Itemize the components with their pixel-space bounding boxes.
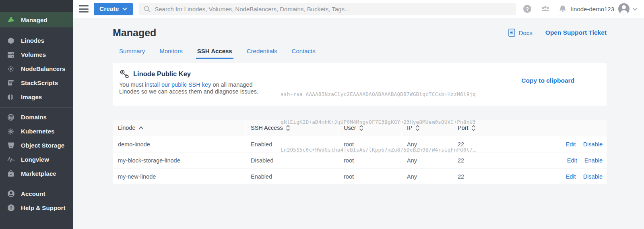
table-header-row: Linode SSH Access User IP Port: [113, 120, 607, 136]
sidebar-item-account[interactable]: Account: [0, 187, 73, 201]
column-label: Linode: [118, 125, 136, 131]
column-header-ssh-access[interactable]: SSH Access: [246, 120, 339, 136]
sidebar-item-kubernetes[interactable]: Kubernetes: [0, 124, 73, 138]
chevron-down-icon: [122, 7, 127, 10]
cell-ip: Any: [402, 157, 452, 164]
global-search[interactable]: [139, 3, 516, 15]
cell-user: root: [339, 141, 402, 148]
search-icon: [144, 6, 151, 12]
managed-hardhat-icon: [7, 16, 15, 24]
sidebar-item-label: Linodes: [21, 37, 44, 44]
column-label: IP: [407, 125, 413, 131]
sidebar-item-label: NodeBalancers: [21, 65, 66, 72]
search-input[interactable]: [155, 6, 511, 12]
nodebalancers-icon: [7, 65, 15, 73]
community-people-icon[interactable]: [540, 5, 551, 13]
sidebar-item-longview[interactable]: Longview: [0, 152, 73, 167]
sidebar-item-label: Managed: [21, 17, 47, 23]
kubernetes-icon: [7, 127, 15, 135]
tab-summary[interactable]: Summary: [118, 44, 146, 59]
cell-port: 22: [452, 157, 513, 164]
copy-to-clipboard-button[interactable]: Copy to clipboard: [521, 77, 574, 106]
sort-asc-icon: [138, 126, 144, 130]
sidebar-item-volumes[interactable]: Volumes: [0, 48, 73, 62]
sidebar-item-label: Domains: [21, 114, 47, 121]
sidebar-header: [0, 0, 73, 12]
notifications-bell-icon[interactable]: [559, 5, 566, 13]
user-avatar[interactable]: [618, 3, 630, 15]
account-person-icon: [7, 190, 15, 198]
volumes-icon: [7, 51, 15, 59]
longview-pulse-icon: [7, 156, 15, 164]
open-support-ticket-link[interactable]: Open Support Ticket: [545, 29, 607, 36]
sidebar-item-label: Kubernetes: [21, 128, 55, 135]
sidebar-item-nodebalancers[interactable]: NodeBalancers: [0, 62, 73, 76]
help-question-icon: ?: [7, 204, 15, 212]
column-header-ip[interactable]: IP: [402, 120, 452, 136]
column-header-port[interactable]: Port: [452, 120, 513, 136]
create-button[interactable]: Create: [94, 3, 133, 15]
sidebar: Managed Linodes Volumes NodeBalancers: [0, 0, 73, 229]
sidebar-item-help-support[interactable]: ? Help & Support: [0, 201, 73, 215]
column-label: SSH Access: [251, 125, 283, 131]
sidebar-item-label: Object Storage: [21, 142, 64, 149]
tab-monitors[interactable]: Monitors: [158, 44, 184, 59]
create-button-label: Create: [99, 5, 119, 12]
docs-link[interactable]: Docs: [508, 29, 533, 37]
sidebar-item-label: Account: [21, 190, 45, 197]
svg-text:?: ?: [526, 6, 529, 12]
managed-tabs: Summary Monitors SSH Access Credentials …: [113, 44, 607, 59]
tab-credentials[interactable]: Credentials: [246, 44, 279, 59]
main-content: Managed Docs Open Support Ticket Summary…: [73, 18, 644, 229]
column-header-user[interactable]: User: [339, 120, 402, 136]
toggle-ssh-link[interactable]: Enable: [584, 157, 603, 164]
user-menu-chevron-icon[interactable]: [632, 7, 638, 11]
column-header-linode[interactable]: Linode: [113, 120, 246, 136]
sidebar-item-linodes[interactable]: Linodes: [0, 33, 73, 48]
help-circle-icon[interactable]: ?: [523, 4, 532, 13]
page-title: Managed: [113, 27, 156, 39]
toggle-ssh-link[interactable]: Disable: [583, 173, 603, 180]
cell-port: 22: [452, 173, 513, 180]
svg-text:?: ?: [9, 206, 12, 210]
sidebar-item-marketplace[interactable]: Marketplace: [0, 167, 73, 181]
sidebar-item-label: Marketplace: [21, 170, 56, 177]
sidebar-item-images[interactable]: Images: [0, 90, 73, 104]
sidebar-item-label: Volumes: [21, 51, 46, 58]
tab-contacts[interactable]: Contacts: [291, 44, 317, 59]
marketplace-bag-icon: [7, 170, 15, 178]
tab-ssh-access[interactable]: SSH Access: [196, 44, 233, 59]
edit-link[interactable]: Edit: [566, 173, 576, 180]
docs-link-label: Docs: [519, 29, 533, 36]
cell-linode: demo-linode: [113, 141, 246, 148]
edit-link[interactable]: Edit: [566, 141, 576, 148]
linodes-icon: [7, 37, 15, 45]
domains-globe-icon: [7, 113, 15, 121]
sidebar-item-label: Help & Support: [21, 204, 66, 211]
ssh-key-line: ssh-rsa AAAAB3NzaC1yc2EAAAADAQABAAABAQDB…: [281, 90, 476, 99]
cell-ssh-access: Enabled: [246, 141, 339, 148]
sidebar-item-stackscripts[interactable]: StackScripts: [0, 76, 73, 90]
cell-port: 22: [452, 141, 513, 148]
edit-link[interactable]: Edit: [567, 157, 577, 164]
sidebar-item-managed[interactable]: Managed: [0, 12, 73, 27]
cell-linode: my-new-linode: [113, 173, 246, 180]
linode-public-key-card: Linode Public Key You must install our p…: [113, 63, 607, 106]
menu-hamburger-icon[interactable]: [79, 5, 89, 12]
sidebar-item-domains[interactable]: Domains: [0, 110, 73, 124]
key-icon: [119, 69, 129, 79]
username-label[interactable]: linode-demo123: [571, 6, 614, 12]
public-key-description: You must install our public SSH key on a…: [119, 81, 269, 95]
cell-user: root: [339, 157, 402, 164]
sidebar-item-object-storage[interactable]: Object Storage: [0, 138, 73, 152]
docs-document-icon: [508, 29, 516, 37]
column-header-actions: [513, 120, 607, 136]
install-ssh-key-link[interactable]: install our public SSH key: [145, 81, 211, 88]
stackscripts-icon: [7, 79, 15, 87]
sort-both-icon: [471, 125, 476, 131]
sort-both-icon: [415, 125, 420, 131]
toggle-ssh-link[interactable]: Disable: [583, 141, 603, 148]
cell-ip: Any: [402, 173, 452, 180]
cell-linode: my-block-storage-linode: [113, 157, 246, 164]
cell-ip: Any: [402, 141, 452, 148]
